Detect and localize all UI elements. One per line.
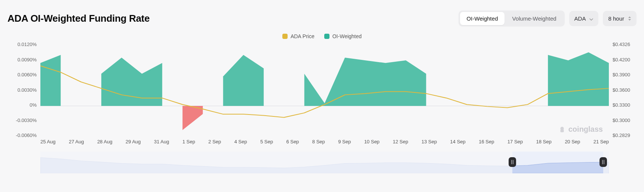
x-tick: 2 Sep	[208, 139, 221, 146]
y-left-tick: -0.0030%	[7, 118, 37, 123]
y-right-tick: $0.2829	[613, 132, 637, 138]
range-selector[interactable]	[7, 152, 637, 173]
x-tick: 27 Aug	[69, 139, 84, 146]
y-right-tick: $0.4200	[613, 57, 637, 63]
x-tick: 8 Sep	[312, 139, 325, 146]
range-track[interactable]	[40, 152, 609, 173]
x-tick: 12 Sep	[393, 139, 408, 146]
page-title: ADA OI-Weighted Funding Rate	[7, 13, 150, 24]
y-left-tick: -0.0060%	[7, 132, 37, 138]
x-tick: 4 Sep	[234, 139, 247, 146]
svg-rect-2	[560, 129, 564, 132]
y-left-tick: 0.0120%	[7, 42, 37, 47]
legend-swatch-price	[282, 34, 288, 39]
x-tick: 29 Aug	[126, 139, 141, 146]
y-left-tick: 0.0060%	[7, 72, 37, 77]
x-tick: 28 Aug	[97, 139, 113, 146]
range-handle-right[interactable]	[599, 157, 607, 167]
sort-icon	[628, 16, 631, 21]
watermark: coinglass	[558, 125, 603, 134]
x-tick: 10 Sep	[364, 139, 380, 146]
y-right-tick: $0.3300	[613, 102, 637, 108]
y-left-tick: 0%	[7, 102, 37, 108]
x-tick: 17 Sep	[507, 139, 523, 146]
y-axis-left: 0.0120%0.0090%0.0060%0.0030%0%-0.0030%-0…	[7, 42, 37, 138]
x-tick: 31 Aug	[154, 139, 169, 146]
chart-svg	[40, 42, 609, 138]
x-tick: 21 Sep	[594, 139, 609, 146]
y-right-tick: $0.3600	[613, 87, 637, 93]
asset-dropdown[interactable]: ADA	[569, 11, 599, 26]
coinglass-icon	[558, 125, 566, 134]
legend-item-oi[interactable]: OI-Weighted	[324, 33, 362, 39]
x-tick: 25 Aug	[40, 139, 56, 146]
x-tick: 16 Sep	[479, 139, 494, 146]
y-right-tick: $0.4326	[613, 42, 637, 47]
y-left-tick: 0.0030%	[7, 87, 37, 93]
legend-label-oi: OI-Weighted	[332, 33, 362, 39]
y-right-tick: $0.3900	[613, 72, 637, 77]
main-chart[interactable]: 0.0120%0.0090%0.0060%0.0030%0%-0.0030%-0…	[7, 42, 637, 146]
interval-dropdown[interactable]: 8 hour	[603, 11, 637, 26]
legend-swatch-oi	[324, 34, 329, 39]
x-tick: 14 Sep	[450, 139, 466, 146]
x-tick: 13 Sep	[421, 139, 437, 146]
y-axis-right: $0.4326$0.4200$0.3900$0.3600$0.3300$0.30…	[613, 42, 637, 138]
watermark-text: coinglass	[568, 125, 603, 134]
y-right-tick: $0.3000	[613, 118, 637, 123]
weighting-toggle: OI-Weighted Volume-Weighted	[459, 10, 565, 27]
range-dim-left	[40, 152, 512, 173]
controls: OI-Weighted Volume-Weighted ADA 8 hour	[459, 10, 637, 27]
x-tick: 5 Sep	[260, 139, 273, 146]
x-tick: 18 Sep	[536, 139, 551, 146]
chevron-down-icon	[589, 15, 593, 22]
range-handle-left[interactable]	[509, 157, 516, 167]
legend-item-price[interactable]: ADA Price	[282, 33, 315, 39]
x-tick: 1 Sep	[183, 139, 195, 146]
x-axis: 25 Aug27 Aug28 Aug29 Aug31 Aug1 Sep2 Sep…	[40, 139, 609, 146]
asset-selected: ADA	[574, 15, 586, 22]
y-left-tick: 0.0090%	[7, 57, 37, 63]
tab-oi-weighted[interactable]: OI-Weighted	[460, 12, 505, 25]
x-tick: 9 Sep	[338, 139, 351, 146]
interval-selected: 8 hour	[608, 15, 624, 22]
legend: ADA Price OI-Weighted	[0, 27, 644, 42]
x-tick: 6 Sep	[286, 139, 299, 146]
plot-area[interactable]	[40, 42, 609, 138]
x-tick: 20 Sep	[565, 139, 580, 146]
tab-volume-weighted[interactable]: Volume-Weighted	[505, 12, 563, 25]
legend-label-price: ADA Price	[291, 33, 315, 39]
